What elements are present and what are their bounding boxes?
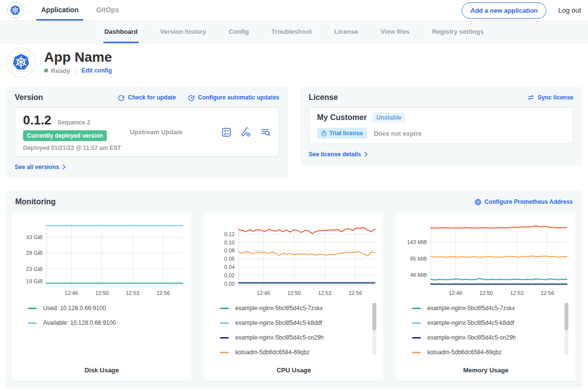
legend-color-dash (28, 308, 37, 309)
tab-dashboard-label: Dashboard (104, 28, 138, 35)
customer-name: My Customer (317, 113, 367, 122)
svg-text:0.00: 0.00 (224, 281, 235, 287)
version-card: Version Check for update (6, 87, 288, 178)
legend-label: example-nginx-5bc6f5d4c5-7zskx (235, 305, 323, 312)
legend-scrollbar[interactable] (372, 303, 376, 355)
see-license-details-link[interactable]: See license details (309, 151, 368, 158)
legend-label: kotsadm-5db6dc6584-69qbz (235, 349, 310, 356)
scrollbar-thumb[interactable] (564, 303, 568, 330)
app-header: App Name Ready | Edit config (0, 44, 588, 81)
gear-icon (474, 198, 482, 206)
auto-update-clock-icon (188, 94, 195, 101)
logout-button[interactable]: Log out (558, 6, 581, 14)
cpu-usage-chart-card: 12:4612:5012:5312:560.000.020.040.060.08… (204, 213, 383, 380)
scrollbar-thumb[interactable] (372, 303, 376, 330)
svg-text:12:46: 12:46 (449, 290, 463, 296)
version-sequence: Sequence 2 (57, 119, 90, 126)
nav-tab-gitops[interactable]: GitOps (91, 0, 124, 21)
tab-registry-settings[interactable]: Registry settings (431, 21, 485, 43)
version-number: 0.1.2 (23, 113, 51, 127)
svg-text:12:53: 12:53 (318, 290, 332, 296)
svg-text:12:46: 12:46 (257, 290, 270, 296)
monitoring-title: Monitoring (15, 197, 56, 206)
legend-item: example-nginx-5bc6f5d4c5-sn29h (412, 334, 559, 341)
divider: | (75, 67, 76, 74)
preflight-checks-icon[interactable] (221, 127, 232, 138)
memory-usage-title: Memory Usage (401, 365, 570, 375)
sync-arrows-icon (527, 94, 535, 101)
svg-text:0.10: 0.10 (224, 240, 235, 245)
legend-item: kotsadm-5db6dc6584-69qbz (412, 349, 559, 356)
tab-license[interactable]: License (333, 21, 359, 43)
check-for-update-link[interactable]: Check for update (118, 94, 176, 101)
tab-troubleshoot[interactable]: Troubleshoot (270, 21, 313, 43)
nav-tab-application[interactable]: Application (36, 0, 83, 21)
stopwatch-icon (321, 130, 327, 137)
monitoring-panel: Monitoring Configure Prometheus Address … (6, 190, 582, 389)
tab-config-label: Config (229, 28, 249, 35)
dashboard-main: Version Check for update (0, 87, 588, 389)
legend-item: Available: 10.128.0.66:9100 (28, 319, 174, 326)
sync-license-label: Sync license (538, 94, 573, 101)
edit-config-link[interactable]: Edit config (81, 67, 112, 74)
sync-license-link[interactable]: Sync license (527, 94, 573, 101)
check-for-update-label: Check for update (128, 94, 176, 101)
see-all-versions-link[interactable]: See all versions (15, 164, 66, 171)
svg-text:23 GiB: 23 GiB (26, 266, 43, 272)
edit-config-wrench-icon[interactable] (241, 127, 251, 138)
tab-dashboard[interactable]: Dashboard (103, 21, 139, 43)
currently-deployed-badge: Currently deployed version (23, 130, 107, 141)
kubernetes-logo[interactable] (7, 2, 24, 19)
svg-text:12:50: 12:50 (287, 290, 301, 296)
app-logo (7, 48, 35, 76)
legend-scrollbar[interactable] (564, 303, 568, 355)
legend-color-dash (220, 337, 229, 339)
configure-automatic-updates-link[interactable]: Configure automatic updates (188, 94, 279, 101)
legend-label: example-nginx-5bc6f5d4c5-7zskx (427, 305, 515, 312)
nav-tab-gitops-label: GitOps (96, 6, 119, 14)
legend-item: kotsadm-5db6dc6584-69qbz (220, 349, 367, 356)
memory-usage-chart: 12:4612:5012:5312:5648 MiB95 MiB143 MiB (401, 219, 570, 299)
tab-view-files-label: View files (381, 28, 410, 35)
legend-label: Used: 10.128.0.66:9100 (43, 305, 106, 312)
app-tab-bar: Dashboard Version history Config Trouble… (0, 21, 588, 44)
svg-text:12:50: 12:50 (95, 290, 109, 296)
legend-item: example-nginx-5bc6f5d4c5-k8ddf (220, 319, 367, 326)
svg-text:0.08: 0.08 (224, 247, 235, 253)
svg-text:12:46: 12:46 (65, 290, 78, 296)
deploy-logs-icon[interactable] (260, 127, 271, 138)
configure-prometheus-link[interactable]: Configure Prometheus Address (474, 198, 573, 206)
tab-version-history-label: Version history (160, 28, 206, 35)
legend-item: example-nginx-5bc6f5d4c5-sn29h (220, 334, 367, 341)
tab-view-files[interactable]: View files (380, 21, 411, 43)
legend-color-dash (412, 352, 421, 353)
svg-text:143 MiB: 143 MiB (407, 239, 427, 245)
channel-badge: Unstable (372, 113, 405, 122)
memory-usage-chart-card: 12:4612:5012:5312:5648 MiB95 MiB143 MiB … (396, 213, 575, 380)
svg-text:0.06: 0.06 (224, 256, 235, 262)
legend-label: example-nginx-5bc6f5d4c5-k8ddf (427, 319, 514, 326)
top-nav: Application GitOps Add a new application… (0, 0, 588, 21)
legend-color-dash (412, 322, 421, 324)
trial-license-label: Trial license (329, 130, 363, 137)
license-card: License Sync license My Customer Unstabl… (300, 87, 582, 166)
disk-usage-chart: 12:4612:5012:5312:5619 GiB23 GiB28 GiB33… (17, 219, 186, 299)
nav-tab-application-label: Application (41, 6, 78, 14)
legend-item: Used: 10.128.0.66:9100 (28, 305, 174, 312)
tab-version-history[interactable]: Version history (159, 21, 207, 43)
disk-usage-chart-card: 12:4612:5012:5312:5619 GiB23 GiB28 GiB33… (12, 213, 191, 380)
see-license-details-label: See license details (309, 151, 361, 158)
license-details-box: My Customer Unstable Trial license Does … (309, 107, 573, 144)
legend-label: Available: 10.128.0.66:9100 (43, 319, 116, 326)
kubernetes-logo-icon (9, 4, 21, 16)
chevron-right-icon (364, 152, 368, 157)
legend-color-dash (220, 308, 229, 309)
tab-config[interactable]: Config (228, 21, 250, 43)
svg-text:12:56: 12:56 (348, 290, 362, 296)
svg-text:28 GiB: 28 GiB (26, 250, 43, 256)
svg-text:12:56: 12:56 (540, 290, 554, 296)
status-dot (44, 69, 48, 73)
legend-label: kotsadm-5db6dc6584-69qbz (427, 349, 502, 356)
version-card-title: Version (15, 93, 43, 102)
add-application-button[interactable]: Add a new application (462, 2, 546, 19)
